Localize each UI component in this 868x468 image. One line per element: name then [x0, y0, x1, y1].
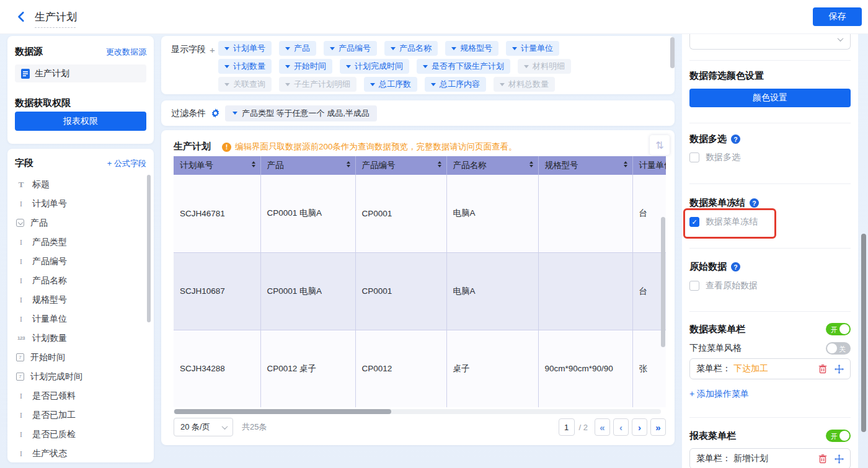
add-formula-field-link[interactable]: + 公式字段 — [107, 158, 146, 169]
fields-card: 字段 + 公式字段 标题 计划单号 产品 产品类型 产品编号 产品名称 规格型号… — [7, 149, 154, 462]
raw-data-checkbox-row[interactable]: 查看原始数据 — [689, 280, 758, 291]
field-label: 计划完成时间 — [30, 371, 82, 382]
page-scrollbar[interactable] — [861, 234, 866, 432]
page-size-select[interactable]: 20 条/页 — [174, 418, 233, 436]
fields-scrollbar[interactable] — [147, 175, 151, 322]
save-button[interactable]: 保存 — [813, 7, 862, 26]
column-header[interactable]: 计划单号 — [174, 156, 260, 175]
field-item[interactable]: 产品名称 — [7, 271, 154, 290]
field-item[interactable]: 计划数量 — [7, 329, 154, 348]
field-tag[interactable]: 材料总数量 — [494, 77, 555, 92]
fields-title: 字段 — [15, 157, 33, 169]
field-tag[interactable]: 子生产计划明细 — [279, 77, 356, 92]
trash-icon[interactable] — [818, 364, 827, 374]
field-label: 开始时间 — [30, 352, 65, 363]
field-label: 是否已加工 — [32, 410, 76, 421]
sort-arrows-icon[interactable] — [624, 161, 627, 167]
column-header[interactable]: 产品 — [260, 156, 355, 175]
field-tag[interactable]: 总工序内容 — [425, 77, 486, 92]
field-tag[interactable]: 产品名称 — [384, 41, 438, 56]
field-item[interactable]: 是否已加工 — [7, 405, 154, 425]
sort-arrows-icon[interactable] — [252, 161, 255, 167]
multi-select-checkbox-row[interactable]: 数据多选 — [689, 152, 740, 163]
add-display-field-button[interactable]: + — [210, 45, 215, 55]
field-tag[interactable]: 是否有下级生产计划 — [417, 59, 510, 74]
field-item[interactable]: 计划单号 — [7, 194, 154, 213]
field-item[interactable]: 是否已领料 — [7, 386, 154, 405]
field-item[interactable]: 产品 — [7, 213, 154, 232]
prev-page-button[interactable]: ‹ — [613, 418, 629, 436]
change-datasource-link[interactable]: 更改数据源 — [106, 46, 146, 58]
back-button[interactable] — [16, 11, 29, 24]
collapsed-select[interactable] — [689, 34, 851, 50]
report-permission-button[interactable]: 报表权限 — [15, 112, 146, 131]
field-tag[interactable]: 关联查询 — [218, 77, 272, 92]
field-item[interactable]: 产品类型 — [7, 232, 154, 252]
field-label: 标题 — [32, 179, 50, 190]
field-tag[interactable]: 规格型号 — [445, 41, 498, 56]
first-page-button[interactable]: « — [595, 418, 610, 436]
table-row[interactable]: SCJH46781 CP0001 电脑A CP0001 电脑A 台 — [174, 175, 666, 252]
field-item[interactable]: 计划完成时间 — [7, 367, 154, 386]
current-page-box[interactable]: 1 — [559, 418, 575, 436]
caret-down-icon — [524, 65, 529, 68]
table-row[interactable]: SCJH34288 CP0012 桌子 CP0012 桌子 90cm*90cm*… — [174, 330, 666, 407]
field-item[interactable]: 计量单位 — [7, 309, 154, 329]
scrollbar-thumb[interactable] — [174, 409, 391, 414]
field-tag[interactable]: 计划数量 — [218, 59, 272, 74]
help-icon[interactable]: ? — [731, 135, 740, 144]
column-header[interactable]: 计量单位 — [632, 156, 666, 175]
move-icon[interactable] — [835, 454, 844, 464]
menu-value-link[interactable]: 新增计划 — [733, 453, 768, 464]
sort-arrows-icon[interactable] — [529, 161, 533, 167]
freeze-checkbox-row[interactable]: ✓ 数据菜单冻结 — [689, 216, 758, 227]
cell: CP0012 桌子 — [260, 330, 355, 407]
sort-arrows-icon[interactable] — [347, 161, 350, 167]
field-item[interactable]: 产品编号 — [7, 252, 154, 271]
field-tag[interactable]: 计划完成时间 — [340, 59, 409, 74]
field-tag[interactable]: 材料明细 — [518, 59, 571, 74]
help-icon[interactable]: ? — [731, 262, 740, 272]
help-icon[interactable]: ? — [750, 198, 759, 208]
menu-value-link[interactable]: 下达加工 — [733, 363, 768, 374]
sort-button[interactable]: ⇅ — [650, 135, 670, 155]
field-item[interactable]: 生产状态 — [7, 444, 154, 462]
add-action-menu-link[interactable]: + 添加操作菜单 — [689, 389, 749, 400]
next-page-button[interactable]: › — [632, 418, 647, 436]
color-settings-button[interactable]: 颜色设置 — [689, 89, 851, 107]
field-item[interactable]: 规格型号 — [7, 290, 154, 309]
datasource-item[interactable]: 生产计划 — [15, 64, 146, 82]
field-tag[interactable]: 产品编号 — [324, 41, 377, 56]
checkbox-checked[interactable]: ✓ — [689, 217, 699, 227]
preview-title: 生产计划 — [174, 141, 211, 152]
caret-down-icon — [285, 65, 290, 68]
table-row[interactable]: SCJH10687 CP0001 电脑A CP0001 电脑A 台 — [174, 252, 666, 330]
table-vertical-scrollbar[interactable] — [661, 217, 665, 347]
middle-panel-scrollbar[interactable] — [670, 37, 675, 68]
color-settings-title: 数据筛选颜色设置 — [689, 70, 764, 82]
field-tag[interactable]: 计量单位 — [506, 41, 559, 56]
column-header[interactable]: 规格型号 — [538, 156, 632, 175]
table-menubar-toggle-on[interactable]: 开 — [826, 323, 851, 335]
move-icon[interactable] — [835, 364, 844, 374]
trash-icon[interactable] — [818, 454, 827, 464]
column-header[interactable]: 产品编号 — [355, 156, 446, 175]
checkbox-unchecked[interactable] — [689, 281, 699, 291]
field-tag[interactable]: 产品 — [279, 41, 316, 56]
caret-down-icon — [391, 47, 396, 50]
field-item[interactable]: 开始时间 — [7, 348, 154, 367]
field-item[interactable]: 标题 — [7, 175, 154, 194]
column-header[interactable]: 产品名称 — [446, 156, 538, 175]
field-tag[interactable]: 开始时间 — [279, 59, 332, 74]
gear-icon[interactable] — [211, 108, 220, 118]
table-horizontal-scrollbar[interactable] — [174, 409, 661, 414]
filter-condition-tag[interactable]: 产品类型 等于任意一个 成品,半成品 — [225, 105, 377, 121]
last-page-button[interactable]: » — [650, 418, 666, 436]
checkbox-unchecked[interactable] — [689, 152, 699, 162]
field-tag[interactable]: 计划单号 — [218, 41, 272, 56]
report-menubar-toggle-on[interactable]: 开 — [826, 430, 851, 442]
sort-arrows-icon[interactable] — [438, 161, 441, 167]
field-tag[interactable]: 总工序数 — [364, 77, 417, 92]
field-item[interactable]: 是否已质检 — [7, 425, 154, 444]
dropdown-style-toggle-off[interactable]: 关 — [826, 342, 851, 355]
